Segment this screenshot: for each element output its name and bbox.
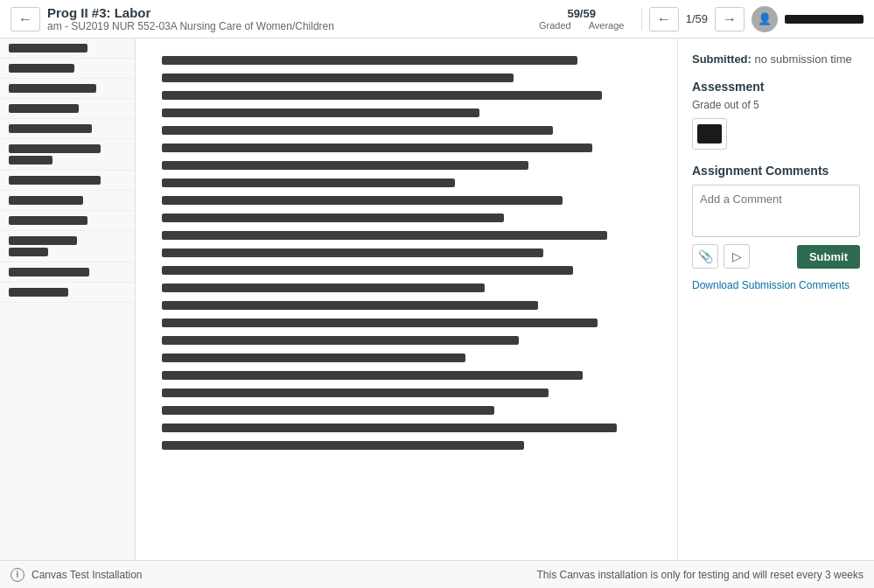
submission-content: [136, 38, 677, 560]
text-line: [162, 371, 583, 380]
text-line: [162, 74, 514, 82]
text-line: [162, 126, 553, 135]
student-name-bar: [9, 104, 79, 113]
student-name-bar: [9, 216, 87, 225]
separator: [641, 9, 642, 30]
student-name-bar: [9, 64, 74, 73]
content-area: [136, 38, 677, 560]
attachment-icon: 📎: [698, 249, 713, 263]
student-name-bar: [9, 144, 101, 153]
submission-count: 1/59: [686, 12, 708, 25]
assessment-title: Assessment: [692, 80, 860, 94]
text-line: [162, 336, 519, 345]
back-button[interactable]: ←: [10, 7, 40, 32]
student-list-item[interactable]: [0, 283, 135, 303]
page-title-area: Prog II #3: Labor am - SU2019 NUR 552-03…: [47, 5, 334, 32]
text-line: [162, 284, 485, 292]
grade-label: Graded: [539, 20, 571, 31]
info-icon-symbol: i: [17, 570, 19, 579]
submitted-section: Submitted: no submission time: [692, 52, 860, 66]
grade-sub: Graded Average: [539, 20, 624, 31]
text-line: [162, 108, 479, 117]
user-name-redacted: [785, 15, 864, 24]
text-line: [162, 318, 598, 327]
grade-value-redacted: [697, 124, 722, 144]
text-line: [162, 406, 494, 415]
page-title: Prog II #3: Labor: [47, 5, 334, 20]
student-name-bar: [9, 176, 101, 185]
grade-out-of: Grade out of 5: [692, 99, 860, 111]
student-name-bar: [9, 44, 87, 52]
avatar-placeholder: 👤: [758, 12, 772, 25]
student-list: [0, 38, 136, 560]
submitted-value: no submission time: [755, 52, 852, 66]
student-name-bar: [9, 124, 92, 133]
comments-title: Assignment Comments: [692, 164, 860, 178]
student-name-bar: [9, 288, 68, 297]
grade-points: 59/59: [567, 7, 596, 20]
comment-actions: 📎 ▷ Submit: [692, 244, 860, 269]
canvas-install-label: Canvas Test Installation: [31, 569, 143, 581]
text-line: [162, 301, 538, 310]
student-name-bar: [9, 236, 77, 245]
student-name-bar-line2: [9, 156, 52, 164]
text-line: [162, 144, 592, 152]
text-line: [162, 214, 504, 222]
comment-textarea[interactable]: [692, 185, 860, 237]
text-line: [162, 266, 573, 275]
student-list-item[interactable]: [0, 99, 135, 119]
comment-icons: 📎 ▷: [692, 244, 750, 269]
student-list-item[interactable]: [0, 139, 135, 171]
info-icon: i: [10, 568, 24, 582]
top-bar-right: ← 1/59 → 👤: [649, 6, 864, 32]
text-line: [162, 424, 617, 432]
student-list-item[interactable]: [0, 231, 135, 262]
right-panel: Submitted: no submission time Assessment…: [677, 38, 874, 560]
download-link[interactable]: Download Submission Comments: [692, 279, 860, 291]
grade-input-box[interactable]: [692, 118, 727, 150]
video-button[interactable]: ▷: [724, 244, 750, 269]
text-line: [162, 441, 524, 450]
student-name-bar: [9, 84, 96, 93]
student-name-bar-line2: [9, 248, 48, 256]
student-list-item[interactable]: [0, 171, 135, 191]
next-submission-button[interactable]: →: [715, 7, 745, 32]
text-line: [162, 91, 602, 100]
text-line: [162, 354, 465, 362]
top-bar-center: 59/59 Graded Average: [529, 7, 634, 31]
student-name-bar: [9, 196, 83, 205]
text-line: [162, 196, 563, 205]
student-name-bar: [9, 268, 89, 276]
prev-submission-button[interactable]: ←: [649, 7, 679, 32]
bottom-bar: i Canvas Test Installation This Canvas i…: [0, 560, 874, 588]
student-list-item[interactable]: [0, 119, 135, 139]
video-icon: ▷: [732, 249, 742, 263]
text-line: [162, 178, 455, 187]
main-layout: Submitted: no submission time Assessment…: [0, 38, 874, 560]
text-line: [162, 388, 549, 397]
student-list-item[interactable]: [0, 59, 135, 79]
reset-warning: This Canvas installation is only for tes…: [537, 569, 864, 581]
top-bar-left: ← Prog II #3: Labor am - SU2019 NUR 552-…: [10, 5, 529, 32]
text-line: [162, 231, 607, 240]
student-list-item[interactable]: [0, 79, 135, 99]
text-line: [162, 248, 543, 257]
submit-button[interactable]: Submit: [797, 245, 860, 269]
top-bar: ← Prog II #3: Labor am - SU2019 NUR 552-…: [0, 0, 874, 38]
submitted-label: Submitted:: [692, 52, 752, 66]
avatar: 👤: [752, 6, 778, 32]
student-list-item[interactable]: [0, 262, 135, 283]
course-name: am - SU2019 NUR 552-03A Nursing Care of …: [47, 20, 334, 32]
student-list-item[interactable]: [0, 211, 135, 231]
text-line: [162, 161, 528, 170]
student-list-item[interactable]: [0, 38, 135, 59]
student-list-item[interactable]: [0, 191, 135, 211]
average-label: Average: [589, 20, 625, 31]
text-line: [162, 56, 577, 65]
attachment-button[interactable]: 📎: [692, 244, 718, 269]
